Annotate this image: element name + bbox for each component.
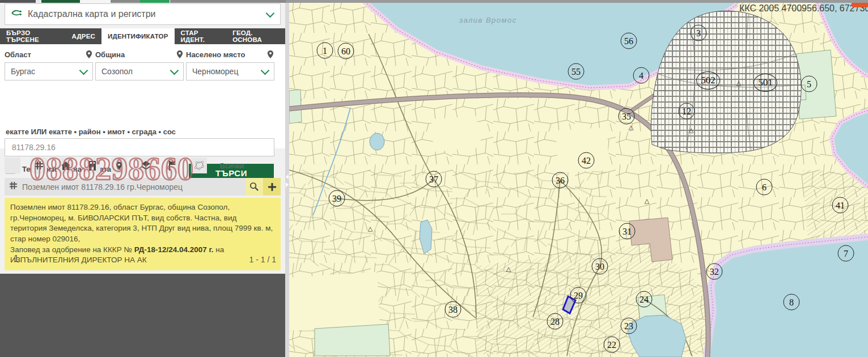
chevron-down-icon[interactable] xyxy=(266,8,275,18)
building-layer-button[interactable] xyxy=(84,158,100,173)
home-layer-button[interactable] xyxy=(58,158,74,173)
grid-icon xyxy=(9,181,18,192)
detail-order-prefix: Заповед за одобрение на КККР № xyxy=(10,245,134,254)
expand-right-icon[interactable] xyxy=(286,182,289,187)
geodetic-point-icon: △ xyxy=(506,265,511,273)
detail-text: Поземлен имот 81178.29.16, област Бургас… xyxy=(10,203,273,243)
zone-marker-4: 4 xyxy=(633,67,650,84)
zone-marker-31: 31 xyxy=(619,223,636,240)
add-result-button[interactable] xyxy=(263,178,281,196)
settlement-label: Населено място xyxy=(186,50,245,59)
zone-marker-29: 29 xyxy=(570,287,587,304)
oblast-select[interactable]: Бургас xyxy=(5,62,93,80)
zone-marker-6: 6 xyxy=(756,179,773,196)
geodetic-point-icon: △ xyxy=(368,225,372,232)
filter-settlement: Населено място Черноморец xyxy=(186,49,274,80)
result-row[interactable]: Поземлен имот 81178.29.16 гр.Черноморец xyxy=(5,178,281,196)
chevron-down-icon xyxy=(79,66,88,75)
zone-marker-32: 32 xyxy=(706,264,723,280)
filter-obshtina: Община Созопол xyxy=(95,49,184,80)
browser-strip xyxy=(0,0,868,3)
flag-icon xyxy=(169,161,176,171)
layers-icon xyxy=(141,161,151,170)
blank-layer-button[interactable] xyxy=(5,158,20,173)
chevron-down-icon xyxy=(261,66,270,75)
home-icon xyxy=(61,162,70,170)
zone-marker-60: 60 xyxy=(338,43,354,60)
zone-marker-3: 3 xyxy=(691,25,707,41)
tab-geodetic-basis[interactable]: ГЕОД. ОСНОВА xyxy=(226,28,285,44)
tab-identifier[interactable]: ИДЕНТИФИКАТОР xyxy=(101,28,175,44)
plus-icon xyxy=(268,182,277,192)
geodetic-point-icon: △ xyxy=(629,124,633,131)
oblast-label: Област xyxy=(5,50,31,59)
polygon-layer-button[interactable] xyxy=(191,158,207,173)
chevron-down-icon xyxy=(170,66,179,75)
sidebar-footer xyxy=(0,274,285,357)
zone-marker-28: 28 xyxy=(547,313,564,330)
map-pin-icon xyxy=(115,161,123,171)
building-icon xyxy=(89,161,96,171)
zone-marker-36: 36 xyxy=(552,172,569,189)
zone-marker-7: 7 xyxy=(838,245,854,262)
zone-marker-56: 56 xyxy=(621,33,637,49)
map-pin-icon[interactable] xyxy=(176,50,184,59)
map-pin-icon[interactable] xyxy=(266,50,274,59)
zone-marker-1: 1 xyxy=(317,42,333,59)
geodetic-point-icon: △ xyxy=(645,197,649,205)
tab-address[interactable]: АДРЕС xyxy=(66,28,102,44)
bay-name-label: залив Вромос xyxy=(459,16,517,24)
cadastral-map-canvas[interactable]: ККС 2005 4700956.650, 672730.1 залив Вро… xyxy=(289,0,868,357)
identifier-form: Област Бургас Община Созопол Населено мя… xyxy=(0,44,285,148)
result-range: 1 - 1 / 1 xyxy=(0,255,276,264)
map-pin-icon[interactable] xyxy=(85,50,93,59)
search-tabs: БЪРЗО ТЪРСЕНЕ АДРЕС ИДЕНТИФИКАТОР СТАР И… xyxy=(0,28,285,44)
filter-oblast: Област Бургас xyxy=(5,49,93,80)
zone-marker-42: 42 xyxy=(578,152,595,169)
tab-quick-search[interactable]: БЪРЗО ТЪРСЕНЕ xyxy=(0,28,66,44)
zone-marker-37: 37 xyxy=(426,171,442,188)
crs-coordinates-readout: ККС 2005 4700956.650, 672730.1 xyxy=(739,3,868,14)
all-layers-link[interactable]: Всички xyxy=(220,162,244,170)
service-header[interactable]: Кадастрална карта и регистри xyxy=(5,3,281,25)
map-render xyxy=(289,0,868,357)
grid-layer-button[interactable] xyxy=(31,158,47,173)
obshtina-label: Община xyxy=(95,50,125,59)
identifier-input[interactable] xyxy=(5,138,274,156)
zone-marker-35: 35 xyxy=(619,108,635,125)
zone-marker-55: 55 xyxy=(568,63,585,80)
zone-marker-41: 41 xyxy=(832,197,849,214)
zoom-to-result-button[interactable] xyxy=(245,178,263,196)
zone-marker-8: 8 xyxy=(784,294,800,311)
layer-toolbar: Всички xyxy=(5,158,244,173)
obshtina-select[interactable]: Созопол xyxy=(95,62,184,80)
zone-marker-39: 39 xyxy=(329,190,345,207)
search-sidebar: Кадастрална карта и регистри БЪРЗО ТЪРСЕ… xyxy=(0,0,285,357)
grid-icon xyxy=(35,161,44,170)
result-row-label: Поземлен имот 81178.29.16 гр.Черноморец xyxy=(22,182,245,192)
sidebar-collapse-strip[interactable] xyxy=(285,0,289,357)
polygon-icon xyxy=(194,161,204,170)
zone-marker-22: 22 xyxy=(604,337,620,353)
geodetic-point-icon: △ xyxy=(689,126,693,134)
settlement-select[interactable]: Черноморец xyxy=(186,62,274,80)
layers-layer-button[interactable] xyxy=(138,158,154,173)
zone-marker-38: 38 xyxy=(445,301,461,318)
zone-marker-24: 24 xyxy=(636,291,653,308)
cadastre-service-icon xyxy=(11,8,22,20)
zone-marker-5: 5 xyxy=(801,76,818,92)
service-title: Кадастрална карта и регистри xyxy=(28,9,156,19)
detail-order-number: РД-18-12/24.04.2007 г. xyxy=(134,245,214,254)
pin-layer-button[interactable] xyxy=(111,158,127,173)
zone-marker-30: 30 xyxy=(592,258,608,275)
zone-marker-23: 23 xyxy=(621,318,637,334)
collapse-left-icon[interactable] xyxy=(286,175,289,179)
zone-marker-502: 502 xyxy=(696,71,720,90)
ekatte-hint-label: екатте ИЛИ екатте • район • имот • сград… xyxy=(6,128,176,136)
zone-marker-12: 12 xyxy=(679,103,695,120)
zone-marker-501: 501 xyxy=(753,74,777,92)
search-icon xyxy=(249,182,259,192)
tab-old-identifier[interactable]: СТАР ИДЕНТ. xyxy=(175,28,227,44)
geodetic-point-icon: △ xyxy=(736,79,741,87)
flag-layer-button[interactable] xyxy=(164,158,180,173)
